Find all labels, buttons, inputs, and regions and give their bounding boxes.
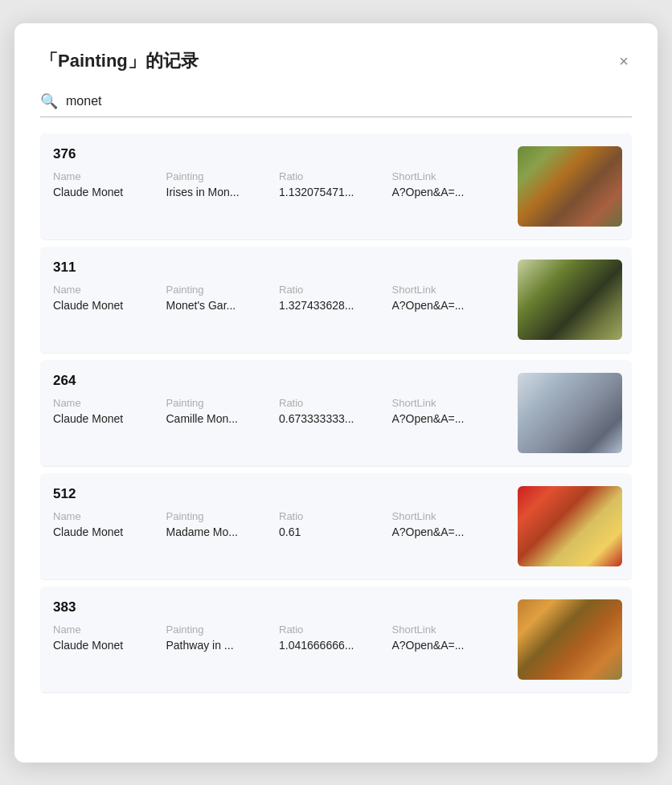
record-thumbnail — [518, 146, 622, 227]
painting-label: Painting — [166, 510, 280, 522]
ratio-value: 0.673333333... — [279, 412, 392, 425]
record-id: 311 — [53, 260, 505, 276]
painting-records-modal: 「Painting」的记录 × 🔍 376 Name Painting Rati… — [14, 23, 658, 763]
painting-value: Irises in Mon... — [166, 186, 280, 198]
shortlink-value: A?Open&A=... — [392, 639, 506, 652]
name-label: Name — [53, 170, 166, 182]
record-content-0: 376 Name Painting Ratio ShortLink Claude… — [53, 146, 505, 227]
modal-title: 「Painting」的记录 — [40, 49, 199, 73]
shortlink-value: A?Open&A=... — [392, 299, 506, 312]
close-button[interactable]: × — [616, 50, 632, 72]
list-item[interactable]: 512 Name Painting Ratio ShortLink Claude… — [40, 473, 632, 580]
ratio-label: Ratio — [279, 624, 392, 636]
search-icon: 🔍 — [40, 92, 58, 110]
name-label: Name — [53, 397, 166, 409]
shortlink-label: ShortLink — [392, 397, 506, 409]
record-id: 376 — [53, 146, 505, 162]
name-value: Claude Monet — [53, 639, 166, 652]
name-label: Name — [53, 624, 166, 636]
search-input[interactable] — [66, 94, 632, 108]
record-thumbnail — [518, 486, 622, 566]
shortlink-value: A?Open&A=... — [392, 412, 506, 425]
record-thumbnail — [518, 260, 622, 340]
name-value: Claude Monet — [53, 299, 166, 312]
record-fields: Name Painting Ratio ShortLink Claude Mon… — [53, 624, 505, 652]
record-id: 512 — [53, 486, 505, 502]
ratio-value: 1.327433628... — [279, 299, 392, 312]
record-fields: Name Painting Ratio ShortLink Claude Mon… — [53, 284, 505, 312]
ratio-label: Ratio — [279, 284, 392, 296]
name-value: Claude Monet — [53, 186, 166, 198]
list-item[interactable]: 264 Name Painting Ratio ShortLink Claude… — [40, 360, 632, 467]
shortlink-label: ShortLink — [392, 284, 506, 296]
shortlink-value: A?Open&A=... — [392, 525, 506, 538]
painting-value: Camille Mon... — [166, 412, 280, 425]
painting-label: Painting — [166, 284, 280, 296]
painting-label: Painting — [166, 170, 280, 182]
record-content-4: 383 Name Painting Ratio ShortLink Claude… — [53, 599, 505, 680]
ratio-label: Ratio — [279, 397, 392, 409]
search-bar: 🔍 — [40, 92, 632, 117]
shortlink-label: ShortLink — [392, 510, 506, 522]
name-value: Claude Monet — [53, 412, 166, 425]
shortlink-value: A?Open&A=... — [392, 186, 506, 198]
record-fields: Name Painting Ratio ShortLink Claude Mon… — [53, 170, 505, 198]
ratio-label: Ratio — [279, 510, 392, 522]
record-content-3: 512 Name Painting Ratio ShortLink Claude… — [53, 486, 505, 566]
record-thumbnail — [518, 599, 622, 680]
record-id: 264 — [53, 373, 505, 389]
ratio-value: 1.041666666... — [279, 639, 392, 652]
record-content-2: 264 Name Painting Ratio ShortLink Claude… — [53, 373, 505, 453]
painting-value: Madame Mo... — [166, 525, 280, 538]
record-fields: Name Painting Ratio ShortLink Claude Mon… — [53, 397, 505, 425]
record-id: 383 — [53, 599, 505, 615]
painting-label: Painting — [166, 624, 280, 636]
name-label: Name — [53, 510, 166, 522]
record-thumbnail — [518, 373, 622, 453]
list-item[interactable]: 376 Name Painting Ratio ShortLink Claude… — [40, 133, 632, 240]
list-item[interactable]: 383 Name Painting Ratio ShortLink Claude… — [40, 587, 632, 693]
records-list: 376 Name Painting Ratio ShortLink Claude… — [40, 133, 632, 700]
list-item[interactable]: 311 Name Painting Ratio ShortLink Claude… — [40, 247, 632, 354]
painting-value: Pathway in ... — [166, 639, 280, 652]
ratio-label: Ratio — [279, 170, 392, 182]
record-content-1: 311 Name Painting Ratio ShortLink Claude… — [53, 260, 505, 340]
record-fields: Name Painting Ratio ShortLink Claude Mon… — [53, 510, 505, 538]
painting-value: Monet's Gar... — [166, 299, 280, 312]
name-label: Name — [53, 284, 166, 296]
painting-label: Painting — [166, 397, 280, 409]
shortlink-label: ShortLink — [392, 624, 506, 636]
name-value: Claude Monet — [53, 525, 166, 538]
shortlink-label: ShortLink — [392, 170, 506, 182]
modal-header: 「Painting」的记录 × — [40, 49, 632, 73]
ratio-value: 0.61 — [279, 525, 392, 538]
ratio-value: 1.13207547​1... — [279, 186, 392, 198]
